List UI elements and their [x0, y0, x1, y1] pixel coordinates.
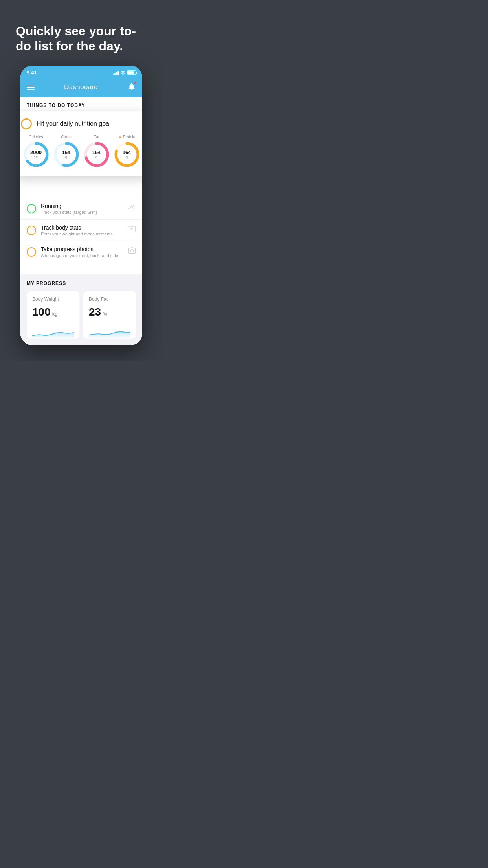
hero-section: Quickly see your to-do list for the day.: [0, 0, 163, 66]
progress-section: MY PROGRESS Body Weight 100 kg: [20, 274, 142, 345]
body-stats-subtitle: Enter your weight and measurements: [41, 232, 123, 236]
calories-donut: 2000 cal: [22, 141, 50, 168]
spacer: [20, 263, 142, 274]
photo-icon: [128, 247, 136, 257]
phone-content: THINGS TO DO TODAY Hit your daily nutrit…: [20, 97, 142, 345]
todo-body-stats[interactable]: Track body stats Enter your weight and m…: [20, 219, 142, 241]
popup-area: Hit your daily nutrition goal Calories: [20, 111, 142, 198]
notification-button[interactable]: [127, 82, 136, 92]
wifi-icon: [120, 70, 126, 75]
nutrition-carbs: Carbs 164 g: [53, 135, 80, 168]
body-fat-label: Body Fat: [89, 296, 130, 302]
phone-frame: 9:41: [20, 66, 142, 345]
app-header: Dashboard: [20, 78, 142, 97]
nutrition-protein: ★ Protein 164 g: [113, 135, 141, 168]
body-stats-check-circle: [27, 226, 36, 235]
status-time: 9:41: [27, 70, 37, 75]
body-weight-unit: kg: [52, 311, 58, 317]
status-bar: 9:41: [20, 66, 142, 78]
running-title: Running: [41, 203, 123, 209]
photos-title: Take progress photos: [41, 246, 123, 252]
signal-icon: [113, 70, 119, 75]
phone-wrapper: 9:41: [0, 66, 163, 361]
body-stats-title: Track body stats: [41, 224, 123, 231]
progress-title: MY PROGRESS: [27, 281, 136, 286]
nutrition-calories: Calories 2000 cal: [22, 135, 50, 168]
running-icon: [127, 204, 136, 213]
nutrition-check-circle[interactable]: [21, 118, 32, 129]
battery-icon: [127, 70, 136, 75]
nutrition-fat: Fat 164 g: [83, 135, 110, 168]
fat-donut: 164 g: [83, 141, 110, 168]
status-icons: [113, 70, 136, 75]
body-fat-card[interactable]: Body Fat 23 %: [83, 291, 136, 339]
menu-button[interactable]: [27, 85, 35, 90]
protein-donut: 164 g: [113, 141, 141, 168]
nutrition-popup-card: Hit your daily nutrition goal Calories: [20, 111, 142, 176]
progress-cards-grid: Body Weight 100 kg: [27, 291, 136, 339]
body-weight-card[interactable]: Body Weight 100 kg: [27, 291, 79, 339]
notification-dot: [134, 81, 137, 84]
body-weight-value: 100: [32, 306, 51, 318]
section-things-to-do-header: THINGS TO DO TODAY: [20, 97, 142, 111]
running-check-circle: [27, 204, 36, 213]
svg-rect-10: [129, 248, 136, 254]
body-fat-value: 23: [89, 306, 101, 318]
nutrition-grid: Calories 2000 cal: [21, 135, 142, 168]
carbs-donut: 164 g: [53, 141, 80, 168]
body-fat-chart: [89, 323, 130, 339]
protein-label: ★ Protein: [118, 135, 136, 139]
running-subtitle: Track your stats (target: 5km): [41, 210, 123, 215]
nutrition-card-title: Hit your daily nutrition goal: [37, 120, 111, 127]
todo-progress-photos[interactable]: Take progress photos Add images of your …: [20, 241, 142, 263]
body-weight-label: Body Weight: [32, 296, 74, 302]
app-title: Dashboard: [64, 83, 98, 91]
svg-point-11: [131, 250, 134, 252]
body-weight-chart: [32, 323, 74, 339]
fat-label: Fat: [94, 135, 99, 139]
calories-label: Calories: [29, 135, 43, 139]
svg-point-8: [133, 205, 134, 207]
body-fat-unit: %: [103, 311, 107, 317]
todo-running[interactable]: Running Track your stats (target: 5km): [20, 198, 142, 219]
star-icon: ★: [118, 135, 122, 139]
carbs-label: Carbs: [61, 135, 72, 139]
hero-title: Quickly see your to-do list for the day.: [16, 24, 147, 54]
scale-icon: [127, 225, 136, 235]
photos-subtitle: Add images of your front, back, and side: [41, 253, 123, 258]
photos-check-circle: [27, 247, 36, 257]
